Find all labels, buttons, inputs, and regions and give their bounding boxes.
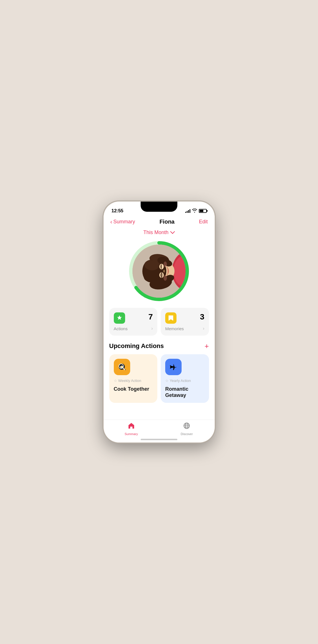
nav-bar: ‹ Summary Fiona Edit <box>104 216 215 228</box>
actions-label: Actions <box>114 326 128 331</box>
cook-together-card[interactable]: ☆ Weekly Action Cook Together <box>109 354 158 403</box>
memories-chevron-icon: › <box>203 326 204 331</box>
romantic-getaway-type: ☆ Yearly Action <box>165 379 204 383</box>
star-icon-2: ☆ <box>165 379 169 383</box>
period-label: This Month <box>143 230 168 235</box>
upcoming-header: Upcoming Actions + <box>104 342 215 350</box>
home-icon <box>128 422 135 431</box>
memories-label-row: Memories › <box>165 326 204 331</box>
wifi-icon <box>192 209 197 213</box>
actions-chevron-icon: › <box>151 326 153 331</box>
phone-screen: 12:55 <box>104 202 215 442</box>
cook-together-type: ☆ Weekly Action <box>114 379 153 383</box>
cook-together-icon <box>114 359 130 375</box>
romantic-getaway-card[interactable]: ☆ Yearly Action Romantic Getaway <box>161 354 209 403</box>
memories-icon <box>165 312 177 324</box>
back-button[interactable]: ‹ Summary <box>110 219 135 225</box>
svg-point-21 <box>164 262 167 267</box>
svg-point-19 <box>163 270 165 273</box>
actions-label-row: Actions › <box>114 326 153 331</box>
period-selector[interactable]: This Month <box>104 230 215 235</box>
battery-icon <box>199 209 207 213</box>
tab-summary-label: Summary <box>125 432 138 436</box>
notch <box>141 202 177 212</box>
memories-stat-card[interactable]: 3 Memories › <box>161 308 209 336</box>
actions-count: 7 <box>148 312 153 321</box>
tab-summary[interactable]: Summary <box>104 422 159 436</box>
memories-label: Memories <box>165 326 184 331</box>
progress-ring <box>128 240 190 302</box>
actions-card-top: 7 <box>114 312 153 324</box>
svg-point-25 <box>121 366 122 368</box>
edit-button[interactable]: Edit <box>199 219 208 225</box>
svg-point-20 <box>164 275 167 281</box>
actions-icon <box>114 312 125 324</box>
status-icons <box>185 209 207 213</box>
add-action-button[interactable]: + <box>204 342 209 350</box>
upcoming-title: Upcoming Actions <box>109 342 164 350</box>
phone-frame: 12:55 <box>104 202 215 442</box>
back-chevron-icon: ‹ <box>110 219 112 225</box>
avatar <box>132 245 186 298</box>
globe-icon <box>183 422 190 431</box>
memories-card-top: 3 <box>165 312 204 324</box>
status-time: 12:55 <box>112 208 123 214</box>
star-icon: ☆ <box>114 379 117 383</box>
stats-row: 7 Actions › 3 Memorie <box>104 308 215 336</box>
profile-section <box>104 240 215 302</box>
period-chevron-icon <box>170 230 175 235</box>
home-indicator <box>141 439 177 440</box>
cook-together-name: Cook Together <box>114 386 153 392</box>
tab-discover-label: Discover <box>181 432 193 436</box>
page-title: Fiona <box>160 219 175 225</box>
tab-discover[interactable]: Discover <box>159 422 215 436</box>
signal-icon <box>185 209 190 213</box>
romantic-getaway-icon <box>165 359 182 375</box>
memories-count: 3 <box>200 312 204 321</box>
actions-stat-card[interactable]: 7 Actions › <box>109 308 158 336</box>
back-label: Summary <box>113 219 135 225</box>
actions-row: ☆ Weekly Action Cook Together ☆ Yearly A… <box>104 354 215 403</box>
romantic-getaway-name: Romantic Getaway <box>165 386 204 398</box>
